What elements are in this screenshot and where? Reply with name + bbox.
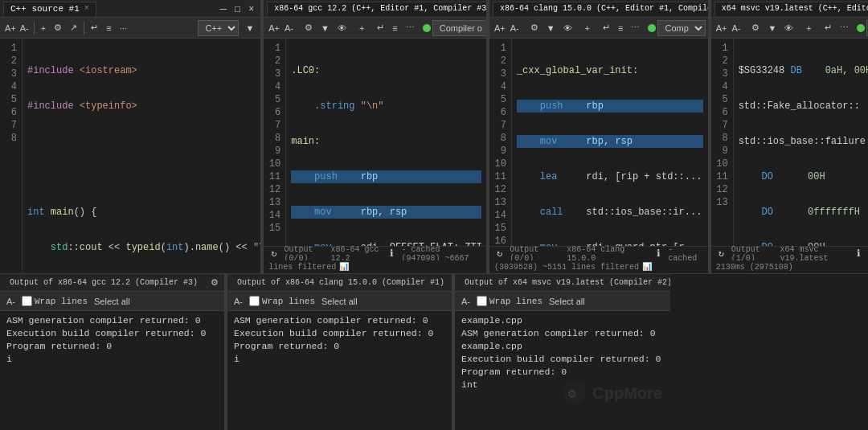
gcc-output-tab[interactable]: Output of x86-64 gcc 12.2 (Compiler #3) bbox=[3, 276, 204, 289]
font-size-up[interactable]: A+ bbox=[3, 23, 18, 34]
msvc-out-font[interactable]: A- bbox=[460, 296, 472, 307]
msvc-toolbar: A+ A- ⚙ ▼ 👁 + ↵ ⋯ x64 msvc v19.latest ▼ bbox=[711, 18, 868, 39]
gcc-select-all-btn[interactable]: Select all bbox=[92, 297, 132, 306]
msvc-refresh-btn[interactable]: ↻ bbox=[716, 247, 727, 260]
clang-wrap-checkbox[interactable] bbox=[249, 296, 260, 306]
gcc-tab[interactable]: x86-64 gcc 12.2 (C++, Editor #1, Compile… bbox=[267, 2, 487, 16]
gcc-asm-line-4: push rbp bbox=[291, 170, 481, 183]
clang-wrap-label[interactable]: Wrap lines bbox=[249, 296, 315, 306]
source-wrap-btn[interactable]: ↵ bbox=[88, 21, 101, 35]
source-tab-close[interactable]: × bbox=[84, 4, 89, 13]
msvc-output-tab[interactable]: Output of x64 msvc v19.latest (Compiler … bbox=[458, 276, 670, 289]
gcc-format[interactable]: ≡ bbox=[389, 22, 400, 35]
source-tab[interactable]: C++ source #1 × bbox=[3, 2, 96, 16]
msvc-out-line-5: Program returned: 0 bbox=[461, 366, 664, 379]
gcc-asm-content[interactable]: .LC0: .string "\n" main: push rbp mov rb… bbox=[286, 39, 486, 246]
gcc-info-icon[interactable]: ℹ bbox=[387, 247, 396, 260]
gcc-add[interactable]: + bbox=[356, 22, 367, 35]
clang-format[interactable]: ≡ bbox=[615, 22, 626, 35]
msvc-filter[interactable]: ▼ bbox=[764, 22, 780, 35]
clang-output-title: Output of x86-64 clang 15.0.0 (Compiler … bbox=[237, 278, 444, 287]
clang-info-icon[interactable]: ℹ bbox=[654, 247, 663, 260]
clang-font-up[interactable]: A+ bbox=[493, 23, 507, 34]
gcc-font-down[interactable]: A- bbox=[283, 23, 295, 34]
gcc-out-font[interactable]: A- bbox=[5, 296, 17, 307]
msvc-settings[interactable]: ⚙ bbox=[748, 21, 763, 35]
gcc-wrap-label[interactable]: Wrap lines bbox=[22, 296, 88, 306]
gcc-more[interactable]: ⋯ bbox=[403, 21, 418, 35]
clang-line-numbers: 12345 678910 111213141516 bbox=[489, 39, 512, 246]
source-format-btn[interactable]: ≡ bbox=[103, 22, 114, 35]
gcc-font-up[interactable]: A+ bbox=[267, 23, 281, 34]
gcc-out-line-4: i bbox=[6, 353, 218, 366]
clang-out-line-2: Execution build compiler returned: 0 bbox=[234, 327, 445, 340]
source-tab-bar: C++ source #1 × ─ □ × bbox=[0, 0, 260, 18]
language-select[interactable]: C++ C bbox=[198, 20, 239, 36]
msvc-out-line-4: Execution build compiler returned: 0 bbox=[461, 353, 664, 366]
clang-asm-area: 12345 678910 111213141516 _cxx_global_va… bbox=[489, 39, 708, 273]
gcc-settings[interactable]: ⚙ bbox=[301, 21, 316, 35]
msvc-out-line-3: example.cpp bbox=[461, 340, 664, 353]
clang-tab-bar: x86-64 clang 15.0.0 (C++, Editor #1, Com… bbox=[489, 0, 708, 18]
clang-refresh-btn[interactable]: ↻ bbox=[494, 247, 505, 260]
msvc-wrap-label[interactable]: Wrap lines bbox=[477, 296, 542, 306]
clang-output-tab[interactable]: Output of x86-64 clang 15.0.0 (Compiler … bbox=[231, 276, 451, 289]
clang-font-down[interactable]: A- bbox=[509, 23, 521, 34]
msvc-wrap-checkbox[interactable] bbox=[477, 296, 487, 306]
msvc-info-icon[interactable]: ℹ bbox=[854, 247, 863, 260]
code-line-2: #include <typeinfo> bbox=[27, 100, 256, 113]
clang-more[interactable]: ⋯ bbox=[628, 21, 643, 35]
msvc-select-all-btn[interactable]: Select all bbox=[547, 297, 587, 306]
gcc-status-dot bbox=[423, 24, 431, 32]
msvc-output-content[interactable]: example.cpp ASM generation compiler retu… bbox=[455, 311, 670, 430]
gcc-compiler-select[interactable]: Compiler o bbox=[432, 20, 487, 36]
msvc-asm-content[interactable]: $SG33248 DB 0aH, 00H std::Fake_allocator… bbox=[734, 39, 868, 246]
clang-out-font[interactable]: A- bbox=[232, 296, 244, 307]
clang-chart-icon[interactable]: 📊 bbox=[642, 262, 652, 272]
gcc-eye[interactable]: 👁 bbox=[334, 22, 350, 35]
font-size-down[interactable]: A- bbox=[18, 23, 31, 34]
clang-compiler-select[interactable]: Comp bbox=[657, 20, 706, 36]
msvc-font-down[interactable]: A- bbox=[730, 23, 742, 34]
msvc-tab[interactable]: x64 msvc v19.latest (C++, Editor #1, Com… bbox=[714, 2, 868, 16]
bottom-output-row: Output of x86-64 gcc 12.2 (Compiler #3) … bbox=[0, 273, 868, 430]
gcc-out-line-2: Execution build compiler returned: 0 bbox=[6, 327, 218, 340]
msvc-more[interactable]: ⋯ bbox=[837, 21, 852, 35]
clang-add[interactable]: + bbox=[582, 22, 593, 35]
source-settings-btn[interactable]: ⚙ bbox=[51, 21, 65, 35]
main-panels: C++ source #1 × ─ □ × A+ A- + ⚙ ↗ bbox=[0, 0, 868, 273]
gcc-output-content[interactable]: ASM generation compiler returned: 0 Exec… bbox=[0, 311, 224, 430]
source-code-content[interactable]: #include <iostream> #include <typeinfo> … bbox=[23, 39, 260, 273]
msvc-eye[interactable]: 👁 bbox=[781, 22, 796, 35]
gcc-chart-icon[interactable]: 📊 bbox=[339, 262, 349, 272]
clang-output-content[interactable]: ASM generation compiler returned: 0 Exec… bbox=[227, 311, 452, 430]
clang-settings[interactable]: ⚙ bbox=[527, 21, 542, 35]
gcc-filter[interactable]: ▼ bbox=[317, 22, 333, 35]
msvc-panel: x64 msvc v19.latest (C++, Editor #1, Com… bbox=[711, 0, 868, 273]
gcc-refresh-btn[interactable]: ↻ bbox=[268, 247, 279, 260]
clang-select-all-btn[interactable]: Select all bbox=[320, 297, 359, 306]
msvc-add[interactable]: + bbox=[803, 22, 814, 35]
clang-tab[interactable]: x86-64 clang 15.0.0 (C++, Editor #1, Com… bbox=[493, 2, 709, 16]
clang-asm-content[interactable]: _cxx_global_var_init: push rbp mov rbp, … bbox=[512, 39, 708, 246]
clang-eye[interactable]: 👁 bbox=[560, 22, 575, 35]
clang-wrap-text: Wrap lines bbox=[262, 297, 315, 306]
msvc-output-title: Output of x64 msvc v19.latest (Compiler … bbox=[465, 278, 670, 287]
gcc-wrap[interactable]: ↵ bbox=[374, 21, 387, 35]
source-chevron[interactable]: ▼ bbox=[242, 22, 257, 35]
gcc-wrap-checkbox[interactable] bbox=[22, 296, 32, 306]
msvc-asm-line-3: std::ios_base::failure:: bbox=[739, 135, 863, 148]
gcc-out-settings[interactable]: ⚙ bbox=[207, 276, 222, 289]
add-file-btn[interactable]: + bbox=[38, 22, 49, 35]
gcc-asm-line-5: mov rbp, rsp bbox=[291, 206, 481, 219]
msvc-font-up[interactable]: A+ bbox=[714, 23, 729, 34]
source-panel-close[interactable]: × bbox=[245, 2, 257, 16]
source-share-btn[interactable]: ↗ bbox=[67, 21, 80, 35]
source-more-btn[interactable]: ··· bbox=[117, 22, 130, 35]
source-panel-maximize[interactable]: □ bbox=[231, 2, 244, 16]
clang-filter[interactable]: ▼ bbox=[543, 22, 559, 35]
source-panel-minimize[interactable]: ─ bbox=[217, 2, 231, 16]
msvc-wrap[interactable]: ↵ bbox=[821, 21, 835, 35]
gcc-asm-line-3: main: bbox=[291, 135, 481, 148]
clang-wrap[interactable]: ↵ bbox=[600, 21, 613, 35]
